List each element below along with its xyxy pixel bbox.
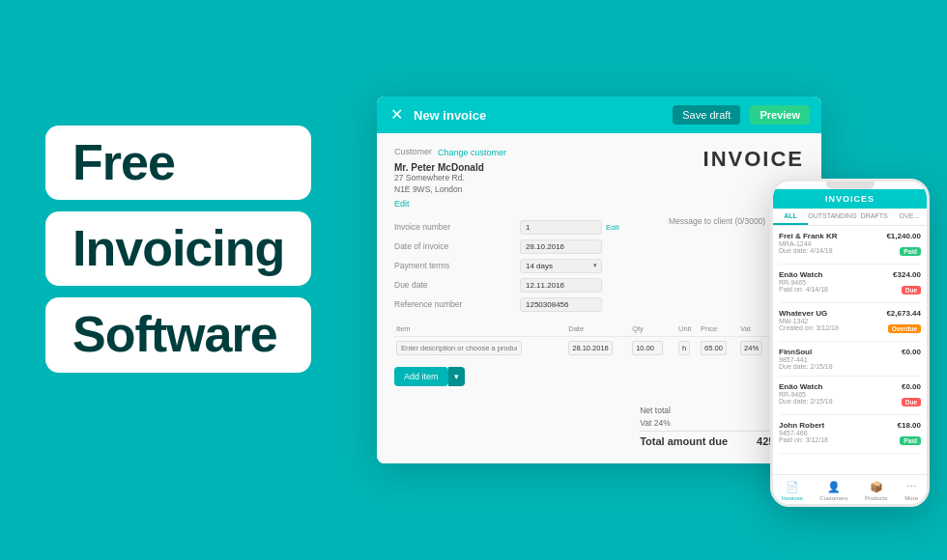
item-description-input[interactable] <box>396 341 522 355</box>
invoice-number-value: 1 Edit <box>520 220 636 235</box>
reference-input[interactable]: 1250308456 <box>520 297 602 312</box>
nav-more-label: More <box>904 495 918 501</box>
save-draft-button[interactable]: Save draft <box>673 105 740 125</box>
nav-customers[interactable]: 👤 Customers <box>819 480 847 501</box>
mobile-item-sub1: 9857-441 <box>779 356 833 363</box>
list-item[interactable]: FinnSoul 9857-441 Due date: 2/15/18 €0.0… <box>779 342 921 377</box>
status-badge: Paid <box>900 247 921 256</box>
hero-badge-invoicing: Invoicing <box>45 211 311 286</box>
col-qty: Qty <box>630 322 676 337</box>
mobile-bottom-nav: 📄 Invoices 👤 Customers 📦 Products ⋯ More <box>773 474 927 504</box>
mobile-item-sub2: Created on: 3/12/18 <box>779 324 839 331</box>
col-unit: Unit <box>676 322 699 337</box>
invoice-header-bar: ✕ New invoice Save draft Preview <box>377 97 821 133</box>
hero-line-2: Invoicing <box>72 220 284 276</box>
invoice-word: INVOICE <box>703 147 804 172</box>
desktop-invoice-mockup: ✕ New invoice Save draft Preview Custome… <box>377 97 821 463</box>
products-icon: 📦 <box>870 480 883 493</box>
total-due-label: Total amount due <box>640 435 728 447</box>
mobile-notch <box>826 182 875 189</box>
col-item: Item <box>394 322 566 337</box>
date-input[interactable]: 28.10.2016 <box>520 239 602 254</box>
mobile-item-sub1: 9457-466 <box>779 430 828 436</box>
tab-all[interactable]: ALL <box>773 209 808 225</box>
col-vat: Vat <box>738 322 773 337</box>
mobile-item-sub1: RR-9465 <box>779 279 828 286</box>
more-icon: ⋯ <box>904 480 918 493</box>
list-item[interactable]: Whatever UG MW-1342 Created on: 3/12/18 … <box>779 303 921 342</box>
nav-invoices-label: Invoices <box>782 495 803 501</box>
list-item[interactable]: John Robert 9457-466 Paid on: 3/12/18 €1… <box>779 415 921 454</box>
customers-icon: 👤 <box>827 480 841 493</box>
add-item-row: Add item ▾ <box>394 367 804 386</box>
payment-terms-value: 14 days ▾ <box>520 259 636 273</box>
hero-badge-software: Software <box>45 297 311 372</box>
invoices-icon: 📄 <box>786 480 799 493</box>
mobile-item-name: Enäo Watch <box>779 382 833 391</box>
hero-badge-free: Free <box>45 126 311 200</box>
hero-line-3: Software <box>72 306 277 362</box>
mobile-item-name: John Robert <box>779 421 828 430</box>
item-qty[interactable]: 10.00 <box>632 341 663 355</box>
list-item[interactable]: Enäo Watch RR-9465 Due date: 2/15/18 €0.… <box>779 377 921 415</box>
customer-address-1: 27 Somewhere Rd. <box>394 173 506 184</box>
list-item[interactable]: Frei & Frank KR MRA-1244 Due date: 4/14/… <box>779 226 921 265</box>
due-date-input[interactable]: 12.11.2016 <box>520 278 602 293</box>
customer-section: Customer Change customer Mr. Peter McDon… <box>394 147 506 209</box>
change-customer-link[interactable]: Change customer <box>438 148 506 157</box>
invoice-body: Customer Change customer Mr. Peter McDon… <box>377 133 821 463</box>
nav-invoices[interactable]: 📄 Invoices <box>782 480 803 501</box>
nav-more[interactable]: ⋯ More <box>904 480 918 501</box>
invoice-number-input[interactable]: 1 <box>520 220 602 235</box>
mobile-item-name: Enäo Watch <box>779 270 828 279</box>
customer-label: Customer <box>394 147 432 156</box>
add-item-dropdown-button[interactable]: ▾ <box>448 367 465 386</box>
col-date: Date <box>566 322 630 337</box>
tab-drafts[interactable]: DRAFTS <box>857 209 892 225</box>
net-total-label: Net total <box>640 406 671 415</box>
item-date[interactable]: 28.10.2016 <box>568 341 613 355</box>
customer-edit-link[interactable]: Edit <box>394 199 506 209</box>
preview-button[interactable]: Preview <box>750 105 810 125</box>
list-item[interactable]: Enäo Watch RR-9465 Paid on: 4/14/18 €324… <box>779 265 921 303</box>
mobile-item-name: Frei & Frank KR <box>779 232 837 240</box>
status-badge: Due <box>902 286 921 294</box>
mobile-item-sub2: Due date: 2/15/18 <box>779 363 833 370</box>
table-row: 28.10.2016 10.00 h 65.00 24% 100 € <box>394 336 804 359</box>
mobile-header-title: INVOICES <box>825 194 875 204</box>
mobile-item-amount: €1,240.00 <box>886 232 921 240</box>
mobile-item-sub2: Paid on: 4/14/18 <box>779 286 828 293</box>
mobile-item-sub2: Due date: 4/14/18 <box>779 247 837 254</box>
mobile-item-amount: €0.00 <box>902 382 921 391</box>
status-badge: Overdue <box>888 324 921 333</box>
add-item-button[interactable]: Add item <box>394 367 448 386</box>
payment-terms-label: Payment terms <box>394 259 520 273</box>
invoice-window-title: New invoice <box>414 108 663 123</box>
tab-outstanding[interactable]: OUTSTANDING <box>808 209 856 225</box>
mobile-item-sub2: Due date: 2/15/18 <box>779 398 833 405</box>
mobile-item-amount: €18.00 <box>898 421 921 430</box>
invoice-fields: Invoice number 1 Edit Date of invoice 28… <box>394 220 804 312</box>
nav-products[interactable]: 📦 Products <box>865 480 888 501</box>
mobile-item-amount: €324.00 <box>893 270 921 279</box>
mobile-item-name: Whatever UG <box>779 309 839 318</box>
payment-terms-select[interactable]: 14 days ▾ <box>520 259 602 273</box>
mobile-item-amount: €2,673.44 <box>886 309 921 318</box>
mobile-item-sub1: MRA-1244 <box>779 240 837 247</box>
mobile-item-sub2: Paid on: 3/12/18 <box>779 436 828 443</box>
mobile-tabs: ALL OUTSTANDING DRAFTS OVE... <box>773 209 927 226</box>
close-button[interactable]: ✕ <box>388 107 404 123</box>
tab-overdue[interactable]: OVE... <box>892 209 927 225</box>
item-price[interactable]: 65.00 <box>701 341 727 355</box>
due-date-value: 12.11.2016 <box>520 278 636 293</box>
mobile-header: INVOICES <box>773 189 927 209</box>
item-unit[interactable]: h <box>678 341 690 355</box>
customer-address-2: N1E 9WS, London <box>394 184 506 196</box>
mobile-item-sub1: MW-1342 <box>779 318 839 324</box>
item-vat[interactable]: 24% <box>740 341 762 355</box>
invoice-number-edit[interactable]: Edit <box>606 223 619 232</box>
message-label: Message to client (0/3000) <box>669 216 765 226</box>
due-date-label: Due date <box>394 278 520 293</box>
hero-text-section: Free Invoicing Software <box>45 126 311 373</box>
customer-name: Mr. Peter McDonald <box>394 162 506 173</box>
